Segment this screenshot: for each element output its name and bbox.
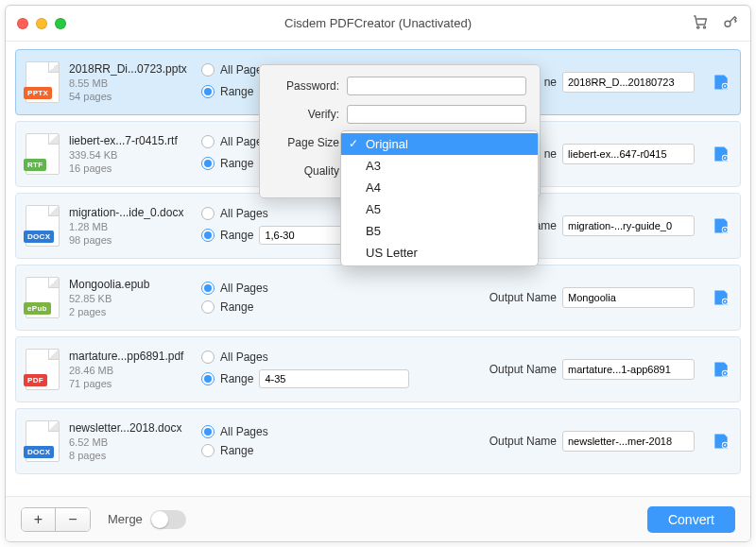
file-size: 339.54 KB: [69, 149, 192, 161]
file-size: 52.85 KB: [69, 293, 192, 304]
close-window-button[interactable]: [17, 18, 28, 29]
output-name-label: ne: [544, 147, 557, 161]
pagesize-option[interactable]: A4: [341, 177, 538, 198]
file-pages: 71 pages: [69, 378, 192, 389]
svg-point-5: [724, 85, 726, 87]
range-label: Range: [220, 229, 253, 242]
traffic-lights: [17, 18, 66, 29]
file-pages: 54 pages: [69, 91, 192, 102]
file-name: liebert-ex...7-r0415.rtf: [69, 134, 192, 147]
pagesize-label: Page Size: [273, 136, 339, 149]
range-radio[interactable]: [201, 229, 215, 242]
range-radio[interactable]: [201, 85, 215, 98]
all-pages-label: All Pages: [220, 282, 268, 295]
output-name-input[interactable]: [562, 144, 695, 164]
footer: + − Merge Convert: [6, 496, 750, 541]
all-pages-radio[interactable]: [201, 282, 215, 295]
zoom-window-button[interactable]: [55, 18, 66, 29]
file-size: 6.52 MB: [69, 436, 192, 448]
file-name: migration-...ide_0.docx: [69, 206, 192, 219]
pagesize-option[interactable]: US Letter: [341, 242, 538, 264]
merge-toggle[interactable]: [150, 510, 186, 529]
output-name-input[interactable]: [562, 72, 695, 93]
pagesize-option[interactable]: A3: [341, 155, 538, 177]
range-radio[interactable]: [201, 157, 215, 170]
verify-label: Verify:: [273, 108, 339, 121]
svg-point-2: [725, 21, 730, 26]
svg-point-20: [724, 444, 726, 446]
range-label: Range: [220, 300, 253, 314]
pagesize-option[interactable]: Original: [341, 133, 538, 155]
file-meta: martature...pp6891.pdf28.46 MB71 pages: [69, 350, 192, 389]
all-pages-radio[interactable]: [201, 63, 215, 77]
file-meta: Mongoolia.epub52.85 KB2 pages: [69, 278, 192, 317]
output-name-label: Output Name: [490, 435, 557, 448]
all-pages-radio[interactable]: [201, 207, 215, 220]
file-row[interactable]: ePubMongoolia.epub52.85 KB2 pagesAll Pag…: [15, 265, 741, 331]
file-type-icon: RTF: [26, 133, 60, 175]
file-type-icon: DOCX: [26, 205, 60, 247]
svg-point-0: [697, 26, 699, 27]
pagesize-option[interactable]: A5: [341, 198, 538, 220]
file-size: 28.46 MB: [69, 365, 192, 376]
output-name-input[interactable]: [562, 431, 695, 452]
password-input[interactable]: [347, 77, 526, 95]
range-radio[interactable]: [201, 444, 215, 457]
svg-point-17: [724, 372, 726, 374]
range-label: Range: [220, 157, 253, 170]
minimize-window-button[interactable]: [36, 18, 47, 29]
svg-point-11: [724, 229, 726, 231]
row-settings-button[interactable]: [712, 432, 730, 451]
file-pages: 8 pages: [69, 450, 192, 461]
verify-input[interactable]: [347, 105, 526, 124]
file-type-icon: ePub: [26, 277, 60, 318]
output-name-input[interactable]: [562, 287, 695, 308]
row-settings-button[interactable]: [712, 360, 730, 379]
range-radio[interactable]: [201, 372, 215, 385]
range-radio[interactable]: [201, 300, 215, 314]
range-label: Range: [220, 372, 253, 385]
file-pages: 2 pages: [69, 306, 192, 317]
convert-button[interactable]: Convert: [647, 506, 735, 533]
row-settings-button[interactable]: [712, 145, 730, 163]
window-title: Cisdem PDFCreator (Unactivated): [284, 16, 472, 30]
output-name-label: ne: [544, 76, 557, 89]
add-file-button[interactable]: +: [22, 508, 56, 531]
file-type-icon: PPTX: [26, 61, 60, 103]
all-pages-radio[interactable]: [201, 350, 215, 364]
all-pages-radio[interactable]: [201, 425, 215, 438]
key-icon[interactable]: [722, 13, 739, 34]
output-name-label: Output Name: [490, 363, 557, 376]
file-meta: migration-...ide_0.docx1.28 MB98 pages: [69, 206, 192, 246]
all-pages-radio[interactable]: [201, 135, 215, 148]
pagesize-option[interactable]: B5: [341, 220, 538, 242]
svg-point-8: [724, 157, 726, 159]
row-settings-button[interactable]: [712, 216, 730, 235]
cart-icon[interactable]: [692, 13, 709, 34]
row-settings-button[interactable]: [712, 73, 730, 92]
file-name: 2018RR_Di...0723.pptx: [69, 62, 192, 76]
titlebar: Cisdem PDFCreator (Unactivated): [6, 6, 750, 42]
file-meta: newsletter...2018.docx6.52 MB8 pages: [69, 421, 192, 461]
range-label: Range: [220, 444, 253, 457]
output-name-input[interactable]: [562, 359, 695, 380]
range-input[interactable]: [259, 369, 409, 388]
file-size: 1.28 MB: [69, 221, 192, 232]
range-label: Range: [220, 85, 253, 98]
all-pages-label: All Pages: [220, 350, 268, 364]
file-pages: 98 pages: [69, 234, 192, 246]
output-name-input[interactable]: [562, 215, 695, 236]
file-type-icon: DOCX: [26, 420, 60, 462]
all-pages-label: All Pages: [220, 425, 268, 438]
file-pages: 16 pages: [69, 162, 192, 174]
quality-label: Quality: [273, 164, 339, 178]
file-row[interactable]: PDFmartature...pp6891.pdf28.46 MB71 page…: [15, 336, 741, 402]
remove-file-button[interactable]: −: [56, 508, 90, 531]
row-settings-button[interactable]: [712, 288, 730, 307]
file-row[interactable]: DOCXnewsletter...2018.docx6.52 MB8 pages…: [15, 408, 741, 474]
password-label: Password:: [273, 79, 339, 93]
svg-point-1: [703, 26, 705, 27]
output-name-label: Output Name: [490, 291, 557, 304]
file-type-icon: PDF: [26, 349, 60, 390]
file-name: martature...pp6891.pdf: [69, 350, 192, 363]
